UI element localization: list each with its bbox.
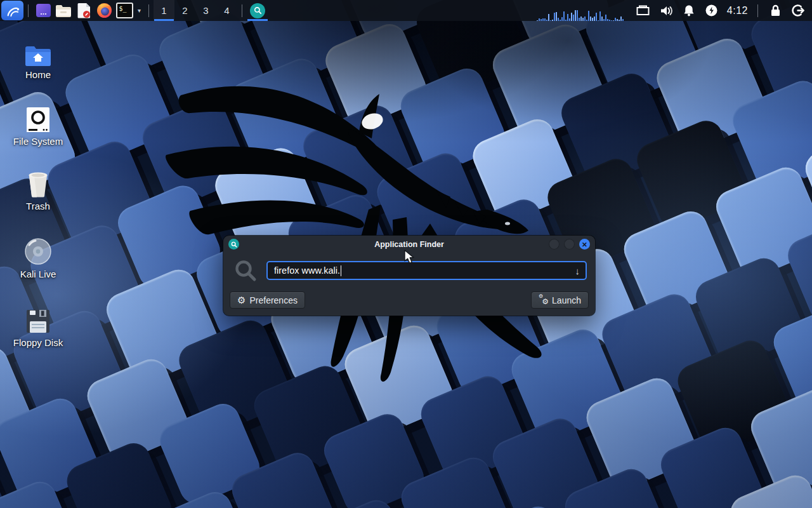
- cpu-bar: [539, 18, 540, 21]
- cpu-bar: [542, 18, 544, 21]
- launch-button[interactable]: ⚙⚙ Launch: [531, 291, 589, 309]
- cpu-bar: [613, 20, 614, 21]
- desktop-icon-trash[interactable]: Trash: [5, 168, 71, 211]
- application-finder-icon: [250, 3, 265, 18]
- volume-icon[interactable]: [658, 0, 674, 21]
- cpu-bar: [588, 11, 589, 21]
- desktop-icon-label: Trash: [5, 201, 71, 211]
- cpu-bar: [580, 17, 582, 21]
- logout-icon[interactable]: [790, 0, 806, 21]
- workspace-button-3[interactable]: 3: [195, 0, 216, 21]
- close-button[interactable]: ✕: [579, 239, 590, 250]
- desktop-icon-file-system[interactable]: File System: [5, 104, 71, 147]
- preferences-button[interactable]: ⚙ Preferences: [230, 291, 305, 309]
- cpu-bar: [558, 18, 559, 21]
- search-icon: [234, 259, 257, 282]
- cpu-bar: [596, 13, 597, 21]
- desktop-icon-label: Kali Live: [5, 269, 71, 279]
- panel-separator: [757, 4, 758, 17]
- dropdown-arrow-icon[interactable]: ↓: [575, 265, 580, 276]
- desktop-icon-label: Home: [5, 69, 71, 80]
- launcher-dropdown-chevron[interactable]: ▾: [134, 0, 144, 21]
- cpu-bar: [565, 20, 566, 21]
- cpu-bar: [584, 17, 586, 21]
- cpu-bar: [560, 20, 561, 21]
- cpu-bar: [569, 18, 570, 21]
- launcher-firefox[interactable]: [94, 0, 114, 21]
- minimize-button[interactable]: [549, 239, 560, 250]
- launcher-terminal[interactable]: $_: [114, 0, 134, 21]
- cpu-bar: [599, 11, 601, 21]
- cpu-bar: [540, 19, 542, 21]
- cpu-bar: [607, 19, 608, 21]
- power-manager-icon[interactable]: [704, 0, 719, 21]
- cpu-bar: [603, 19, 605, 21]
- desktop-icon-label: File System: [5, 136, 71, 147]
- cpu-bar: [601, 17, 603, 21]
- search-input[interactable]: firefox www.kali. ↓: [266, 261, 587, 280]
- cpu-bar: [590, 17, 591, 21]
- maximize-button[interactable]: [564, 239, 575, 250]
- terminal-icon: $_: [116, 3, 133, 18]
- gear-icon: ⚙: [237, 295, 246, 305]
- search-input-value: firefox www.kali.: [274, 265, 340, 276]
- titlebar[interactable]: Application Finder ✕: [223, 236, 595, 253]
- clock[interactable]: 4:12: [727, 5, 748, 17]
- launcher-file-manager[interactable]: [53, 0, 74, 21]
- cpu-bar: [548, 14, 549, 21]
- trash-icon: [25, 171, 51, 197]
- cpu-bar: [573, 15, 574, 21]
- preferences-button-label: Preferences: [249, 295, 297, 305]
- cpu-bar: [622, 19, 624, 21]
- workspace-button-4[interactable]: 4: [216, 0, 237, 21]
- launch-button-label: Launch: [552, 295, 581, 305]
- desktop-icon-kali-live[interactable]: Kali Live: [5, 236, 71, 279]
- file-manager-icon: [55, 4, 72, 18]
- cpu-bar: [579, 18, 580, 21]
- text-caret: [341, 265, 341, 276]
- cpu-bar: [561, 17, 563, 21]
- panel-separator: [148, 4, 149, 17]
- cpu-history-graph: [537, 0, 625, 21]
- text-editor-icon: [77, 3, 91, 18]
- workspace-button-1[interactable]: 1: [154, 0, 174, 21]
- cpu-bar: [611, 20, 612, 21]
- desktop-icon-floppy-disk[interactable]: Floppy Disk: [5, 305, 71, 348]
- cpu-bar: [594, 17, 595, 21]
- cpu-bar: [609, 20, 610, 21]
- workspace-button-2[interactable]: 2: [174, 0, 195, 21]
- kali-menu-button[interactable]: [1, 1, 23, 20]
- cpu-bar: [546, 20, 547, 21]
- lock-icon[interactable]: [768, 0, 783, 21]
- cpu-bar: [619, 20, 620, 21]
- cpu-bar: [571, 13, 572, 21]
- cpu-bar: [592, 18, 593, 21]
- panel-separator: [28, 4, 29, 17]
- launcher-text-editor[interactable]: [74, 0, 94, 21]
- cpu-bar: [586, 20, 587, 21]
- cpu-bar: [617, 19, 618, 21]
- kali-logo-icon: [6, 4, 20, 18]
- network-icon[interactable]: [636, 0, 651, 21]
- cpu-bar: [605, 15, 606, 21]
- cpu-bar: [582, 18, 584, 21]
- application-finder-window: Application Finder ✕ firefox www.kali. ↓…: [223, 236, 595, 316]
- cpu-bar: [577, 10, 578, 21]
- cpu-bar: [620, 17, 622, 21]
- window-title: Application Finder: [223, 240, 595, 249]
- launcher-desktop-app[interactable]: [33, 0, 53, 21]
- window-button-application-finder[interactable]: [247, 0, 268, 21]
- cpu-bar: [552, 20, 553, 21]
- panel-separator: [242, 4, 242, 17]
- hard-drive-icon: [26, 107, 50, 133]
- desktop-app-icon: [36, 3, 51, 18]
- cpu-bar: [537, 20, 538, 21]
- firefox-icon: [96, 3, 112, 18]
- desktop-icon-home[interactable]: Home: [5, 37, 71, 80]
- cpu-bar: [563, 11, 565, 21]
- cpu-bar: [598, 20, 599, 21]
- cpu-bar: [556, 12, 557, 21]
- cpu-bar: [615, 18, 616, 21]
- notifications-icon[interactable]: [681, 0, 697, 21]
- cpu-bar: [554, 13, 555, 21]
